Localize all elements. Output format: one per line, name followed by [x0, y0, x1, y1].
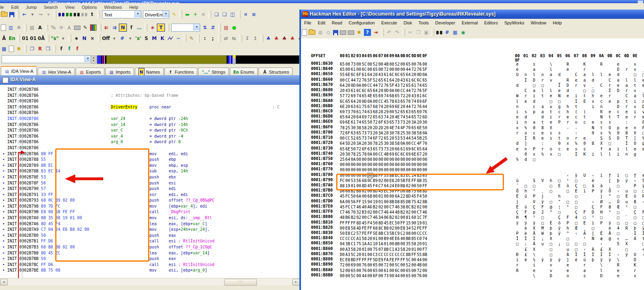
segments-icon[interactable]: ▤	[28, 24, 36, 31]
window-cascade-icon[interactable]: ❏	[213, 11, 220, 18]
hand-icon[interactable]: ✥	[15, 24, 22, 31]
listing-line[interactable]: • INIT:0002B798 89 7D FC mov [ebp+var_4]…	[0, 204, 299, 210]
listing-token-var[interactable]: arg_0	[111, 140, 123, 144]
listing-token-addr[interactable]: INIT:0002B786	[7, 105, 38, 109]
listing-line[interactable]: • INIT:0002B7A6 8D 45 F4 lea eax, [ebp+v…	[0, 221, 299, 227]
listing-line[interactable]: • INIT:0002B789 8B EC mov ebp, esp	[0, 163, 299, 169]
hex-byte-cell[interactable]: 76	[417, 273, 423, 278]
ascii-char-cell[interactable]: D	[547, 273, 555, 278]
listing-token-hl[interactable]: DriverEntry	[111, 105, 137, 109]
zoom-100-icon[interactable]: %	[50, 24, 57, 31]
listing-token-kw[interactable]: ebp	[169, 157, 176, 162]
listing-token-addr[interactable]: INIT:0002B7B8	[7, 251, 38, 255]
back-dropdown-icon[interactable]: ▾	[29, 11, 36, 18]
redo-icon[interactable]: ↷	[393, 29, 401, 36]
listing-token-kw[interactable]: esi	[169, 239, 178, 243]
search-again-icon[interactable]	[66, 13, 72, 16]
ida-menu-edit[interactable]: Edit	[8, 4, 22, 10]
struct-s-icon[interactable]: S	[143, 35, 150, 42]
cd-icon[interactable]: ◍	[317, 29, 324, 36]
listing-token-addr[interactable]: INIT:0002B7B0	[7, 233, 38, 238]
listing-token-addr[interactable]: INIT:0002B7BC	[7, 262, 38, 267]
ascii-char-cell[interactable]: D	[597, 273, 606, 278]
ida-horizontal-scrollbar[interactable]: ◂ ∷∷ ▸	[0, 278, 299, 285]
listing-line[interactable]: INIT:0002B786	[0, 145, 299, 151]
segment-a-icon[interactable]: A	[36, 24, 44, 31]
ida-disassembly-listing[interactable]: INIT:0002B786 INIT:0002B786 ; Attributes…	[0, 85, 299, 280]
ida-menu-help[interactable]: Help	[126, 4, 142, 10]
hex-byte-cell[interactable]: 00	[356, 273, 362, 278]
listing-token-kw[interactable]: sub	[149, 169, 169, 173]
rose-icon[interactable]: ∗	[149, 24, 156, 31]
string-literal-icon[interactable]: "s"	[51, 35, 59, 42]
window-tile-icon[interactable]: ❏	[221, 11, 228, 18]
listing-token-addr[interactable]: INIT:0002B789	[7, 163, 38, 168]
listing-token-kw[interactable]: esi, [ebp+	[169, 268, 193, 272]
function-f-icon[interactable]: f	[58, 45, 65, 52]
hackman-menu-tools[interactable]: Tools	[415, 19, 432, 26]
ida-menu-windows[interactable]: Windows	[100, 4, 126, 10]
ida-menu-search[interactable]: Search	[40, 4, 62, 10]
sort-ascending-icon[interactable]: ⇅	[201, 24, 209, 31]
listing-token-addrb[interactable]: INIT:0002B786	[7, 116, 38, 121]
listing-token-kw[interactable]: lea	[149, 251, 169, 255]
structures-icon[interactable]: Å	[0, 35, 8, 42]
listing-line[interactable]: INIT:0002B786 var_14 = dword ptr -14h	[0, 122, 299, 128]
listing-token-kw[interactable]: ebp, esp	[169, 163, 188, 168]
jump-xref-from-icon[interactable]: ⇇	[103, 24, 110, 31]
chevron-down-icon[interactable]: ▼	[84, 56, 91, 62]
pages-icon[interactable]: ❐	[44, 45, 52, 52]
chevron-down-icon[interactable]: ▼	[134, 11, 141, 17]
hex-byte-cell[interactable]: 00	[411, 273, 417, 278]
listing-line[interactable]: • INIT:0002B7BE 8B 75 08 mov esi, [ebp+a…	[0, 268, 299, 274]
paste-r-icon[interactable]: R	[36, 45, 44, 52]
asterisk-icon[interactable]: ∗	[73, 35, 80, 42]
hex-byte-cell[interactable]: 44	[395, 273, 401, 278]
listing-token-var[interactable]: var_24	[191, 227, 205, 232]
listing-token-kw[interactable]: edi, edi	[169, 192, 188, 197]
listing-token-var[interactable]: arg_0	[193, 268, 205, 272]
listing-token-byt[interactable]	[41, 128, 111, 132]
names-window-icon[interactable]: N	[119, 24, 127, 32]
ascii-char-cell[interactable]: s	[580, 273, 589, 278]
listing-token-num[interactable]: -24h	[179, 116, 188, 121]
listing-token-var[interactable]: var_C	[193, 222, 205, 226]
listing-token-kw[interactable]: push	[149, 186, 169, 191]
hex-byte-cell[interactable]: 6F	[373, 273, 379, 278]
listing-line[interactable]: INIT:0002B786	[0, 110, 299, 116]
listing-token-kw[interactable]: = dword ptr	[149, 134, 178, 138]
listing-token-kw[interactable]: call	[149, 239, 169, 243]
listing-token-kw[interactable]: ebx	[169, 175, 176, 179]
listing-token-addr[interactable]: INIT:0002B7A0	[7, 216, 38, 220]
function-ft-icon[interactable]: f	[74, 45, 81, 52]
listing-token-var[interactable]: var_4	[181, 204, 193, 208]
hackman-menu-execute[interactable]: Execute	[378, 19, 400, 26]
listing-token-num[interactable]: 24h	[181, 227, 188, 232]
hex-byte-cell[interactable]: 5C	[351, 273, 357, 278]
listing-line[interactable]: • INIT:0002B78E 53 push ebx	[0, 174, 299, 180]
listing-token-byt[interactable]: 8B 75 08	[41, 268, 111, 272]
stack-up-icon[interactable]: ↥	[252, 35, 259, 42]
list-view-icon[interactable]: ≡	[250, 11, 257, 18]
data-0101-icon[interactable]: 01	[30, 35, 37, 42]
listing-token-kw[interactable]: esi, ds:	[169, 216, 188, 220]
listing-token-addr[interactable]: INIT:0002B786	[7, 99, 38, 103]
listing-line[interactable]: INIT:0002B786	[0, 98, 299, 104]
listing-token-addr[interactable]: INIT:0002B786	[7, 152, 38, 156]
listing-line[interactable]: INIT:0002B786 DriverEntry proc near ; C	[0, 104, 299, 110]
document-icon[interactable]	[1, 24, 6, 31]
listing-token-addr[interactable]: INIT:0002B7A9	[7, 227, 38, 232]
xref-graph-icon[interactable]: ⇆	[231, 35, 238, 42]
listing-token-addr[interactable]: INIT:0002B7BB	[7, 256, 38, 261]
listing-line[interactable]: • INIT:0002B78F 56 push esi	[0, 180, 299, 186]
listing-token-kw[interactable]: esi	[169, 262, 178, 267]
listing-line[interactable]: • INIT:0002B791 33 FF xor edi, edi	[0, 192, 299, 198]
tab-enums[interactable]: EnEnums	[230, 68, 258, 76]
open-icon[interactable]	[309, 30, 315, 35]
listing-token-num[interactable]: 8	[179, 140, 181, 144]
listing-token-name[interactable]: _DbgPrint	[169, 210, 190, 214]
semicolon-comment-icon[interactable]: ;	[209, 35, 217, 42]
listing-line[interactable]: INIT:0002B786 var_24 = dword ptr -24h	[0, 116, 299, 122]
calculator-icon[interactable]: ▦	[0, 45, 8, 52]
listing-line[interactable]: • INIT:0002B7BC FF D6 call esi ; RtlInit…	[0, 262, 299, 268]
